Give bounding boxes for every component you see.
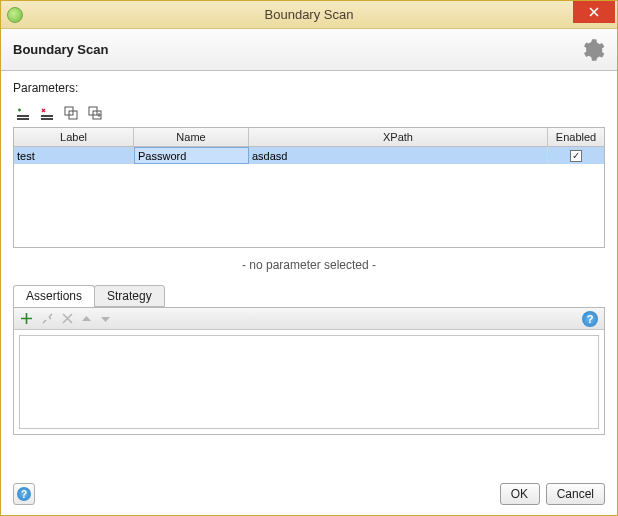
- svg-rect-1: [17, 118, 29, 120]
- ok-button[interactable]: OK: [500, 483, 540, 505]
- copy-parameter-button[interactable]: [63, 105, 79, 121]
- settings-button[interactable]: [579, 37, 605, 63]
- configure-assertion-button[interactable]: [41, 312, 54, 325]
- move-up-button[interactable]: [81, 315, 92, 323]
- footer: ? OK Cancel: [1, 475, 617, 515]
- assertions-list[interactable]: [19, 335, 599, 429]
- table-header: Label Name XPath Enabled: [14, 128, 604, 147]
- parameters-toolbar: [13, 101, 605, 127]
- parameters-label: Parameters:: [13, 81, 605, 95]
- tab-assertions[interactable]: Assertions: [13, 285, 95, 307]
- parameters-table: Label Name XPath Enabled test Password a…: [13, 127, 605, 248]
- remove-parameter-button[interactable]: [39, 105, 55, 121]
- no-parameter-label: - no parameter selected -: [13, 248, 605, 284]
- column-header-xpath[interactable]: XPath: [249, 128, 548, 146]
- column-header-name[interactable]: Name: [134, 128, 249, 146]
- close-button[interactable]: [573, 1, 615, 23]
- enabled-checkbox[interactable]: ✓: [570, 150, 582, 162]
- help-icon: ?: [17, 487, 31, 501]
- tabs: Assertions Strategy: [13, 285, 605, 308]
- tab-strategy[interactable]: Strategy: [94, 285, 165, 307]
- help-button[interactable]: ?: [13, 483, 35, 505]
- header-title: Boundary Scan: [13, 42, 108, 57]
- dialog-window: Boundary Scan Boundary Scan Parameters:: [0, 0, 618, 516]
- svg-rect-2: [41, 115, 53, 117]
- add-parameter-button[interactable]: [15, 105, 31, 121]
- window-title: Boundary Scan: [1, 7, 617, 22]
- cancel-button[interactable]: Cancel: [546, 483, 605, 505]
- assertions-panel: ?: [13, 307, 605, 435]
- cell-label[interactable]: test: [14, 147, 134, 164]
- remove-assertion-button[interactable]: [62, 313, 73, 324]
- cell-enabled[interactable]: ✓: [548, 147, 604, 164]
- assertions-toolbar: ?: [14, 308, 604, 330]
- svg-rect-3: [41, 118, 53, 120]
- clone-parameter-button[interactable]: [87, 105, 103, 121]
- app-icon: [7, 7, 23, 23]
- table-row[interactable]: test Password asdasd ✓: [14, 147, 604, 164]
- column-header-enabled[interactable]: Enabled: [548, 128, 604, 146]
- column-header-label[interactable]: Label: [14, 128, 134, 146]
- cell-name[interactable]: Password: [134, 147, 249, 164]
- assertions-help-button[interactable]: ?: [582, 311, 598, 327]
- titlebar[interactable]: Boundary Scan: [1, 1, 617, 29]
- table-body: test Password asdasd ✓: [14, 147, 604, 247]
- move-down-button[interactable]: [100, 315, 111, 323]
- svg-rect-0: [17, 115, 29, 117]
- cell-xpath[interactable]: asdasd: [249, 147, 548, 164]
- header: Boundary Scan: [1, 29, 617, 71]
- add-assertion-button[interactable]: [20, 312, 33, 325]
- gear-icon: [579, 37, 605, 63]
- close-icon: [589, 7, 599, 17]
